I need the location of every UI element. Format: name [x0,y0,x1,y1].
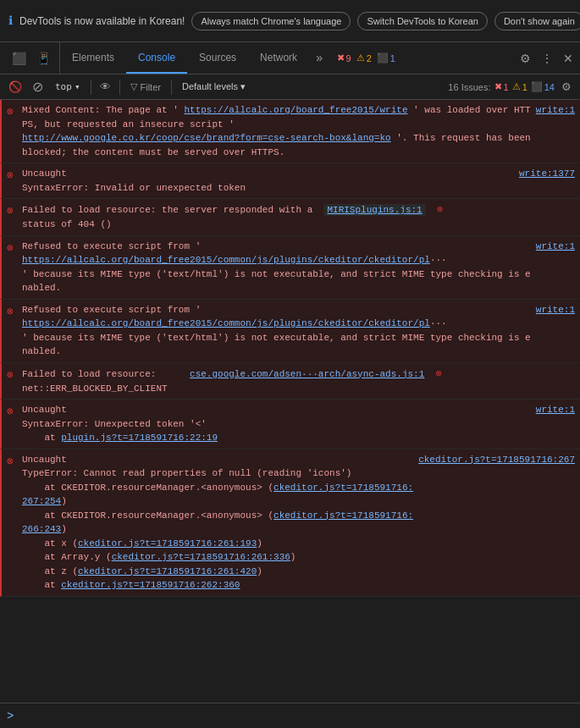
levels-selector[interactable]: Default levels ▾ [177,80,251,94]
entry-link-8b[interactable]: ckeditor.js?t=1718591716:266:243 [22,510,413,535]
issues-error-badge: ✖ 1 [494,81,509,92]
settings-button[interactable]: ⚙ [516,50,534,67]
devtools-panel-icons: ⬛ 📱 [3,42,60,74]
error-badge: ✖ 9 [337,52,351,63]
entry-location-2: write:1377 [519,167,575,181]
console-input-bar: > [0,703,580,728]
inspect-element-button[interactable]: ⬛ [8,50,30,67]
eye-button[interactable]: 👁 [97,79,114,95]
entry-text-8: Uncaught TypeError: Cannot read properti… [22,453,413,593]
entry-text-5: Refused to execute script from ' https:/… [22,303,531,359]
block-button[interactable]: ⊘ [29,77,47,97]
error-circle-icon-2: ⊗ [7,168,14,185]
more-tabs-button[interactable]: » [309,52,329,65]
entry-link-5[interactable]: https://allcalc.org/board_free2015/commo… [22,318,430,328]
entry-link-8d[interactable]: ckeditor.js?t=1718591716:261:336 [112,552,290,562]
entry-link-1b[interactable]: http://www.google.co.kr/coop/cse/brand?f… [22,133,391,143]
entry-link-8a[interactable]: ckeditor.js?t=1718591716:267:254 [22,483,413,507]
entry-link-8f[interactable]: ckeditor.js?t=1718591716:262:360 [61,580,240,590]
console-entry-mixed-content: ⊗ Mixed Content: The page at ' https://a… [0,100,580,163]
issues-error-icon: ✖ [494,81,502,92]
entry-link-4[interactable]: https://allcalc.org/board_free2015/commo… [22,255,430,265]
entry-location-link-5[interactable]: write:1 [536,305,575,315]
tab-bar: ⬛ 📱 Elements Console Sources Network » ✖… [0,42,580,74]
issues-info-count: 14 [544,82,555,92]
resource-block-icon: ⊗ [437,204,443,216]
close-devtools-button[interactable]: ✕ [560,50,577,67]
issues-info-badge: ⬛ 14 [531,81,555,92]
entry-text-3: Failed to load resource: the server resp… [22,202,575,232]
error-circle-icon-7: ⊗ [7,404,14,421]
tab-badges: ✖ 9 ⚠ 2 ⬛ 1 [330,52,402,63]
tab-right-icons: ⚙ ⋮ ✕ [516,50,577,67]
issues-info-icon: ⬛ [531,81,543,92]
error-circle-icon-5: ⊗ [7,304,14,321]
entry-location-1: write:1 [536,103,575,118]
console-toolbar: 🚫 ⊘ top ▾ 👁 ▽ Filter Default levels ▾ 16… [0,74,580,100]
filter-icon: ▽ [130,81,137,92]
console-area[interactable]: ⊗ Mixed Content: The page at ' https://a… [0,100,580,703]
warning-icon: ⚠ [356,52,365,63]
tab-console[interactable]: Console [126,42,187,74]
entry-location-4: write:1 [536,240,575,254]
entry-link-8c[interactable]: ckeditor.js?t=1718591716:261:193 [78,538,257,549]
issues-label: 16 Issues: [448,82,490,92]
entry-link-8e[interactable]: ckeditor.js?t=1718591716:261:420 [78,566,257,576]
tab-network[interactable]: Network [248,42,309,74]
switch-korean-button[interactable]: Switch DevTools to Korean [357,12,487,30]
entry-location-5: write:1 [536,303,575,317]
error-count: 9 [346,53,351,63]
resource-block-icon-2: ⊗ [436,368,442,380]
warning-count: 2 [367,53,372,63]
toolbar-separator [91,80,91,95]
entry-location-link-2[interactable]: write:1377 [519,168,575,179]
info-count: 1 [390,53,395,63]
entry-text-7: Uncaught SyntaxError: Unexpected token '… [22,403,531,445]
info-count-icon: ⬛ [377,52,389,63]
console-entry-cse: ⊗ Failed to load resource: cse.google.co… [0,363,580,400]
notification-bar: ℹ DevTools is now available in Korean! A… [0,0,580,42]
entry-text-2: Uncaught SyntaxError: Invalid or unexpec… [22,167,514,195]
tab-elements[interactable]: Elements [60,42,126,74]
error-circle-icon-4: ⊗ [7,240,14,257]
console-entry-miris: ⊗ Failed to load resource: the server re… [0,199,580,236]
clear-console-button[interactable]: 🚫 [5,79,25,95]
console-entry-typeerror-ckeditor: ⊗ Uncaught TypeError: Cannot read proper… [0,449,580,597]
entry-text-4: Refused to execute script from ' https:/… [22,240,531,295]
context-label: top [55,81,72,92]
console-entry-refused-1: ⊗ Refused to execute script from ' https… [0,236,580,300]
console-entry-syntaxerror-invalid: ⊗ Uncaught SyntaxError: Invalid or unexp… [0,163,580,199]
device-toolbar-button[interactable]: 📱 [33,50,54,67]
entry-link-1a[interactable]: https://allcalc.org/board_free2015/write [184,105,407,115]
entry-location-link-8[interactable]: ckeditor.js?t=1718591716:267 [418,455,575,465]
filter-button[interactable]: ▽ Filter [125,80,166,94]
entry-link-7[interactable]: plugin.js?t=1718591716:22:19 [61,433,218,443]
more-options-button[interactable]: ⋮ [538,50,556,67]
console-entry-refused-2: ⊗ Refused to execute script from ' https… [0,300,580,363]
entry-location-7: write:1 [536,403,575,417]
filter-label: Filter [141,82,161,92]
issues-warning-badge: ⚠ 1 [512,81,528,92]
entry-link-3[interactable]: MIRISplugins.js:1 [323,204,425,216]
entry-location-link-7[interactable]: write:1 [536,405,575,415]
issues-error-count: 1 [504,82,509,92]
issues-warning-icon: ⚠ [512,81,521,92]
error-circle-icon-6: ⊗ [7,367,14,384]
console-entry-syntaxerror-unexpected: ⊗ Uncaught SyntaxError: Unexpected token… [0,400,580,449]
tab-sources[interactable]: Sources [187,42,248,74]
toolbar-separator-3 [171,80,172,95]
entry-link-6[interactable]: cse.google.com/adsen···arch/async-ads.js… [190,369,424,379]
issues-badge: 16 Issues: ✖ 1 ⚠ 1 ⬛ 14 [448,81,555,92]
entry-location-link-1[interactable]: write:1 [536,105,575,115]
entry-text-1: Mixed Content: The page at ' https://all… [22,103,531,159]
context-chevron-icon: ▾ [75,81,80,92]
entry-location-link-4[interactable]: write:1 [536,241,575,251]
toolbar-separator-2 [119,80,120,95]
context-selector[interactable]: top ▾ [50,80,86,94]
console-prompt: > [7,709,14,723]
gear-icon-button[interactable]: ⚙ [558,79,575,95]
warning-badge: ⚠ 2 [356,52,372,63]
console-input-field[interactable] [19,710,573,721]
dont-show-again-button[interactable]: Don't show again [494,12,580,30]
match-language-button[interactable]: Always match Chrome's language [191,12,351,30]
